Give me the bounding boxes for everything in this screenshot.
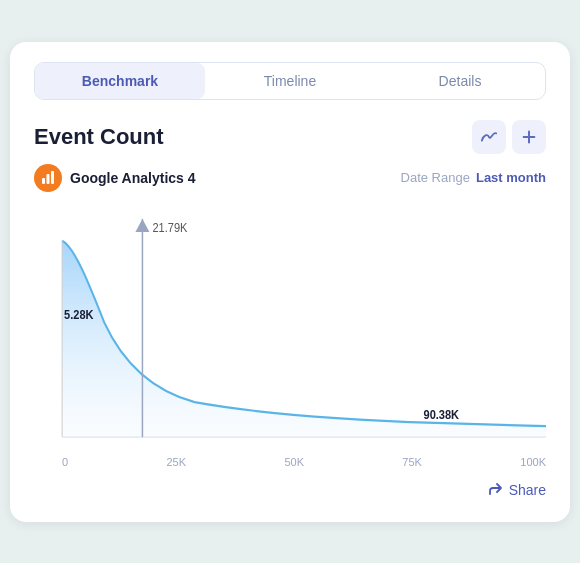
svg-rect-4: [51, 171, 54, 184]
svg-text:90.38K: 90.38K: [424, 408, 460, 420]
header-icons: [472, 120, 546, 154]
x-label-0: 0: [62, 456, 68, 468]
source-name: Google Analytics 4: [70, 170, 196, 186]
benchmark-icon-button[interactable]: [472, 120, 506, 154]
benchmark-icon: [480, 128, 498, 146]
tab-bar: Benchmark Timeline Details: [34, 62, 546, 100]
ga4-icon: [34, 164, 62, 192]
main-card: Benchmark Timeline Details Event Count: [10, 42, 570, 522]
plus-icon: [520, 128, 538, 146]
plus-icon-button[interactable]: [512, 120, 546, 154]
svg-rect-2: [42, 178, 45, 184]
x-label-75k: 75K: [402, 456, 422, 468]
source-left: Google Analytics 4: [34, 164, 196, 192]
share-label: Share: [509, 482, 546, 498]
share-row: Share: [34, 482, 546, 498]
chart-svg: 21.79K 5.28K 90.38K: [34, 208, 546, 448]
header-row: Event Count: [34, 120, 546, 154]
svg-text:5.28K: 5.28K: [64, 308, 94, 320]
svg-marker-8: [135, 218, 149, 231]
x-label-50k: 50K: [284, 456, 304, 468]
share-icon: [487, 482, 503, 498]
x-axis: 0 25K 50K 75K 100K: [34, 452, 546, 468]
page-title: Event Count: [34, 124, 164, 150]
svg-text:21.79K: 21.79K: [152, 221, 187, 233]
source-row: Google Analytics 4 Date Range Last month: [34, 164, 546, 192]
tab-benchmark[interactable]: Benchmark: [35, 63, 205, 99]
tab-timeline[interactable]: Timeline: [205, 63, 375, 99]
share-button[interactable]: Share: [487, 482, 546, 498]
date-range-value[interactable]: Last month: [476, 170, 546, 185]
chart-area: 21.79K 5.28K 90.38K: [34, 208, 546, 448]
x-label-25k: 25K: [166, 456, 186, 468]
date-range-section: Date Range Last month: [401, 170, 546, 185]
svg-rect-3: [47, 174, 50, 184]
tab-details[interactable]: Details: [375, 63, 545, 99]
x-label-100k: 100K: [520, 456, 546, 468]
date-range-label: Date Range: [401, 170, 470, 185]
